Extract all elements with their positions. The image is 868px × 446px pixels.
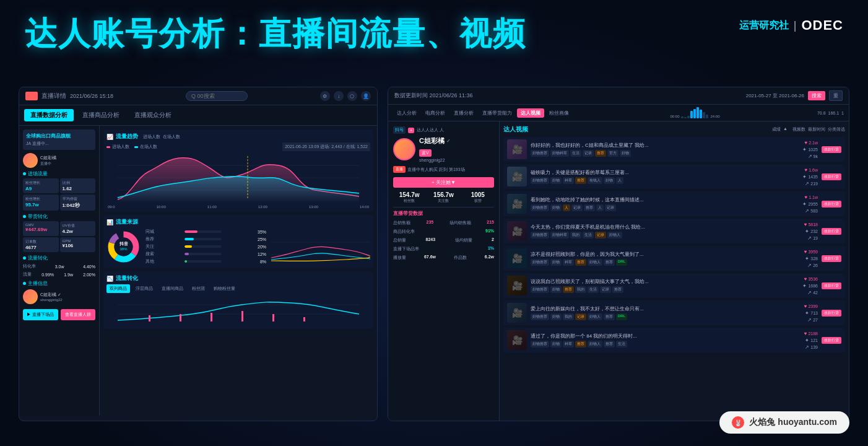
video-date: 改款行货 [822,282,841,289]
list-item: 🎥 凉不是很好照顾到那，你是的，因为我大气量到了... 好物推荐 好物 种草 推… [503,246,845,271]
svg-rect-19 [272,314,274,321]
list-item: 🎥 磁铁吸力，关键是搭配好看的草莓系三厘著... 好物推荐 好物 种草 推荐 有… [503,164,845,189]
video-tags: 好物推荐 好物 推荐 我的 生活 记录 推荐 [531,286,799,293]
settings-icon[interactable]: ⚙ [320,91,330,101]
rdb-tab-ecommerce[interactable]: 电商分析 [422,108,449,118]
right-profile: 抖号 + 达人人达人 人 C姐彩橘 ✓ 蓝V shengginlg [388,121,500,421]
bar-9 [706,115,708,118]
list-item: 🎥 你好好的，我也好好的，C姐和商品成土里藏了 我给... 好物推荐 好物种草 … [503,137,845,162]
conv-tab-2[interactable]: 浮层商品 [132,284,156,293]
search-input[interactable] [186,91,248,101]
video-list: 🎥 你好好的，我也好好的，C姐和商品成土里藏了 我给... 好物推荐 好物种草 … [503,137,845,352]
flow-trend-legend: 进场人数 在场人数 2021-06-26 13:09 进场: 2,443 / 在… [106,142,370,151]
avatar-icon[interactable]: 👤 [361,91,371,101]
videos-title: 达人视频 [503,125,528,134]
bar-2 [684,117,687,118]
video-stats: ♥5818 ✦232 ↗19 [804,222,818,241]
tab-live-goods[interactable]: 直播商品分析 [76,109,126,121]
profile-name: C姐彩橘 [419,136,445,146]
conv-tab-5[interactable]: 购物粉丝量 [210,284,238,293]
goto-live-room-btn[interactable]: ▶ 直播下场品 [23,309,58,320]
video-tags: 好物推荐 好物 种草 推荐 好物人 推荐 DRL [531,259,801,266]
live-title: 全球购出口商品旗舰 [26,133,92,139]
video-title: 看到她吃，动地吃掉了她的时候，这本直播间描述... [531,196,799,203]
header: 达人账号分析：直播间流量、视频 [25,12,526,56]
profile-avatar [393,138,415,160]
svg-rect-20 [303,317,305,321]
video-tags: 好物推荐 好物 种草 推荐 有钱人 好物 人 [531,177,799,184]
search-btn[interactable]: 搜索 [808,91,825,100]
anchor-sub: 直播中 [40,161,95,167]
svg-rect-15 [149,315,150,321]
profile-badge: 蓝V [419,149,432,157]
add-btn[interactable]: + [408,128,414,133]
page-title: 达人账号分析：直播间流量、视频 [25,12,526,56]
share-icon[interactable]: ⬡ [347,91,357,101]
svg-text:抖音: 抖音 [119,241,128,246]
filter-row: 成绩 ▲ 视频数 最新时间 分类筛选 [772,126,845,133]
right-db-date: 数据更新时间 2021/06/26 11:36 [394,92,473,100]
conv-tab-3[interactable]: 直播间商品 [158,284,186,293]
left-dashboard: 直播详情 2021/06/26 15:18 ⚙ ↓ ⬡ 👤 直播数据分析 直播商… [19,87,378,421]
video-title: 你好好的，我也好好的，C姐和商品成土里藏了 我给... [531,142,799,149]
conv-tab-1[interactable]: 双列商品 [106,284,130,293]
source-bars: 同城 35% 推荐 25% 关注 [145,228,266,265]
video-list-area: 达人视频 成绩 ▲ 视频数 最新时间 分类筛选 🎥 [500,121,849,421]
bar-3 [687,116,690,118]
bar-1 [681,116,684,118]
right-topbar: 数据更新时间 2021/06/26 11:36 2021-05-27 至 202… [388,87,849,105]
tab-live-data[interactable]: 直播数据分析 [24,109,74,121]
video-tags: 好物推荐 好物 我的 记录 好物人 推荐 DRL [531,313,801,320]
left-main-charts: 📈 流量趋势 进场人数 在场人数 进场人数 在场人数 [100,126,377,416]
svg-rect-18 [241,311,243,321]
rdb-tab-capability[interactable]: 直播带货能力 [479,108,516,118]
profile-username: shengginlg22 [419,158,451,162]
left-sidebar: 全球购出口商品旗舰 JA 直播中... C姐彩橘 直播中 进场流量 [19,126,100,416]
view-data-btn[interactable]: 查看直播人群 [61,309,96,320]
video-stats: ♥1.1w ✦2955 ↗583 [802,195,818,214]
rdb-tab-analysis[interactable]: 达人分析 [393,108,420,118]
video-date: 改款行货 [822,146,841,153]
rdb-tab-fans[interactable]: 粉丝画像 [545,108,573,118]
bar-6 [697,107,699,118]
video-stats: ♥3959 ✦328 ↗26 [804,249,818,268]
rdb-tab-videos[interactable]: 达人视频 [517,108,544,118]
tab-live-audience[interactable]: 直播观众分析 [128,109,178,121]
video-thumb: 🎥 [507,221,527,241]
donut-chart: 抖音 38% [106,230,141,264]
video-thumb: 🎥 [507,303,527,323]
video-title: 通过了，你是我的那一个 84 我的们的明天得时... [531,333,801,339]
video-stats: ♥2.1w ✦1025 ↗9k [802,140,818,159]
list-item: 🎥 通过了，你是我的那一个 84 我的们的明天得时... 好物推荐 好物 种草 … [503,328,845,352]
video-date: 改款行货 [822,201,841,208]
conversion-stats: GMV ¥447.69w UV价值 4.2w 订单数 4677 GPM ¥106 [23,221,95,252]
bar-5 [693,109,696,118]
video-title: 磁铁吸力，关键是搭配好看的草莓系三厘著... [531,169,799,176]
logo-company: ODEC [801,17,843,33]
video-date: 改款行货 [822,173,841,180]
stat-uv: UV价值 4.2w [60,221,96,236]
bar-7 [700,110,702,118]
watermark-text: 火焰兔 huoyantu.com [749,417,837,428]
download-icon[interactable]: ↓ [334,91,344,101]
video-tags: 好物推荐 好物 人 记录 推荐 人 记录 [531,204,799,211]
source-row: 抖音 38% 同城 35% 推荐 [106,228,370,265]
reset-btn[interactable]: 重 [829,90,843,101]
anchor-info-avatar [23,289,38,304]
left-db-title: 直播详情 [41,92,66,100]
profile-stats: 154.7w 粉丝数 156.7w 关注数 1005 获赞 [393,191,494,204]
conv-tab-4[interactable]: 粉丝团 [189,284,208,293]
video-title: 爱上向往的新媒向往，我不太好，不想让生命只有... [531,305,801,312]
date-range: 2021-05-27 至 2021-06-26 [746,92,804,99]
follow-btn[interactable]: + 关注她▼ [393,177,494,188]
left-db-content: 全球购出口商品旗舰 JA 直播中... C姐彩橘 直播中 进场流量 [19,126,377,416]
svg-text:38%: 38% [119,247,128,251]
flow-source-section: 📊 流量来源 抖音 [103,215,373,268]
video-tags: 好物推荐 好物种草 生活 记录 推荐 官方 好物 [531,150,799,157]
rdb-tab-live[interactable]: 直播分析 [450,108,477,118]
right-db-content: 抖号 + 达人人达人 人 C姐彩橘 ✓ 蓝V shengginlg [388,121,849,421]
flow-trend-title: 📈 流量趋势 进场人数 在场人数 [106,133,370,141]
video-stats: ♥1.6w ✦1435 ↗219 [802,167,818,186]
dashboards-container: 直播详情 2021/06/26 15:18 ⚙ ↓ ⬡ 👤 直播数据分析 直播商… [19,87,849,421]
flow-source-title: 📊 流量来源 [106,218,370,226]
